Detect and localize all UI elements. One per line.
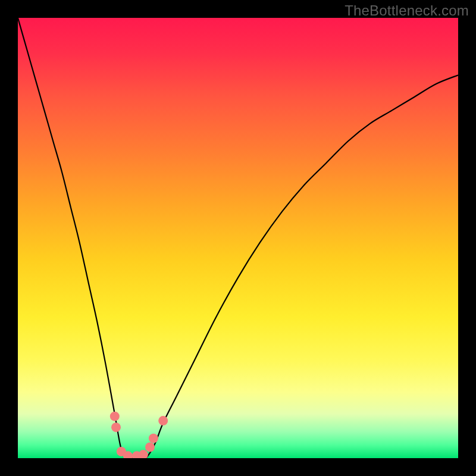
bottleneck-curve — [18, 18, 458, 458]
data-dot — [158, 416, 168, 425]
chart-frame — [18, 18, 458, 458]
data-dot — [145, 443, 155, 452]
data-dot — [149, 434, 158, 443]
watermark-text: TheBottleneck.com — [345, 2, 469, 19]
chart-overlay — [18, 18, 458, 458]
data-dot — [139, 450, 148, 458]
data-dot — [111, 422, 121, 432]
data-dot — [110, 412, 120, 421]
